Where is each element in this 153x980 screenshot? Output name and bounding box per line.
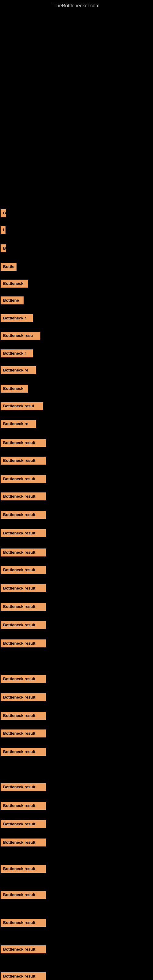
result-bar: B xyxy=(1,209,6,217)
result-bar: Bottleneck result xyxy=(1,891,46,899)
result-bar-row: Bottlene xyxy=(1,296,24,305)
result-bar-row: Bottleneck result xyxy=(1,783,46,792)
result-bar-row: Bottleneck re xyxy=(1,366,36,375)
result-bar: Bottleneck result xyxy=(1,972,46,980)
result-bar-row: Bottleneck result xyxy=(1,891,46,900)
result-bar: Bottleneck xyxy=(1,385,28,393)
result-bar-row: Bottleneck result xyxy=(1,694,46,703)
result-bar: Bottleneck result xyxy=(1,783,46,791)
result-bar: Bottleneck result xyxy=(1,919,46,927)
result-bar: Bottleneck result xyxy=(1,802,46,810)
result-bar: Bottleneck result xyxy=(1,549,46,557)
result-bar-row: Bottleneck result xyxy=(1,603,46,612)
result-bar-row: Bottleneck result xyxy=(1,511,46,520)
result-bar: Bottleneck result xyxy=(1,492,46,500)
result-bar: Bottleneck xyxy=(1,280,28,288)
result-bar-row: Bottleneck result xyxy=(1,529,46,538)
result-bar: Bottleneck resu xyxy=(1,332,40,340)
result-bar: Bottlene xyxy=(1,296,24,304)
result-bar: I xyxy=(1,226,5,234)
result-bar: Bottleneck result xyxy=(1,675,46,683)
result-bar: Bottleneck re xyxy=(1,366,36,374)
result-bar: Bottleneck result xyxy=(1,439,46,447)
result-bar: B xyxy=(1,244,6,252)
result-bar-row: Bottleneck xyxy=(1,385,28,394)
result-bar-row: Bottleneck result xyxy=(1,712,46,721)
result-bar: Bottleneck result xyxy=(1,865,46,873)
result-bar: Bottleneck result xyxy=(1,838,46,846)
result-bar: Bottleneck result xyxy=(1,730,46,737)
result-bar: Bottleneck result xyxy=(1,566,46,574)
result-bar-row: Bottleneck result xyxy=(1,919,46,928)
result-bar-row: Bottleneck result xyxy=(1,475,46,484)
result-bar: Bottleneck re xyxy=(1,420,36,428)
result-bar-row: Bottleneck result xyxy=(1,945,46,955)
result-bar: Bottleneck result xyxy=(1,511,46,519)
result-bar: Bottleneck result xyxy=(1,820,46,828)
result-bar: Bottle xyxy=(1,263,16,271)
result-bar: Bottleneck result xyxy=(1,603,46,611)
result-bar: Bottleneck result xyxy=(1,945,46,953)
result-bar: Bottleneck result xyxy=(1,694,46,701)
result-bar: Bottleneck result xyxy=(1,621,46,629)
result-bar-row: Bottleneck xyxy=(1,280,28,289)
result-bar-row: Bottle xyxy=(1,263,16,272)
result-bar: Bottleneck resul xyxy=(1,402,43,410)
result-bar-row: Bottleneck resu xyxy=(1,332,40,341)
result-bar: Bottleneck result xyxy=(1,640,46,648)
result-bar-row: Bottleneck re xyxy=(1,420,36,429)
result-bar-row: I xyxy=(1,226,5,235)
result-bar-row: Bottleneck result xyxy=(1,457,46,466)
result-bar: Bottleneck result xyxy=(1,529,46,537)
result-bar-row: Bottleneck result xyxy=(1,675,46,684)
result-bar: Bottleneck r xyxy=(1,314,33,322)
result-bar-row: Bottleneck result xyxy=(1,838,46,848)
result-bar-row: B xyxy=(1,244,6,254)
result-bar: Bottleneck r xyxy=(1,350,33,357)
result-bar-row: B xyxy=(1,209,6,218)
result-bar: Bottleneck result xyxy=(1,475,46,483)
result-bar-row: Bottleneck result xyxy=(1,640,46,649)
site-title: TheBottlenecker.com xyxy=(0,0,153,12)
result-bar-row: Bottleneck result xyxy=(1,730,46,739)
result-bar-row: Bottleneck result xyxy=(1,584,46,593)
result-bar: Bottleneck result xyxy=(1,748,46,756)
result-bar-row: Bottleneck result xyxy=(1,621,46,630)
result-bar: Bottleneck result xyxy=(1,584,46,592)
result-bar-row: Bottleneck result xyxy=(1,972,46,980)
result-bar: Bottleneck result xyxy=(1,712,46,720)
result-bar-row: Bottleneck result xyxy=(1,748,46,757)
result-bar-row: Bottleneck result xyxy=(1,802,46,811)
result-bar-row: Bottleneck result xyxy=(1,820,46,829)
result-bar-row: Bottleneck r xyxy=(1,314,33,323)
result-bar-row: Bottleneck r xyxy=(1,350,33,359)
result-bar-row: Bottleneck result xyxy=(1,865,46,874)
result-bar-row: Bottleneck result xyxy=(1,492,46,502)
result-bar: Bottleneck result xyxy=(1,457,46,465)
result-bar-row: Bottleneck result xyxy=(1,439,46,448)
result-bar-row: Bottleneck result xyxy=(1,566,46,575)
result-bar-row: Bottleneck result xyxy=(1,549,46,558)
result-bar-row: Bottleneck resul xyxy=(1,402,43,411)
